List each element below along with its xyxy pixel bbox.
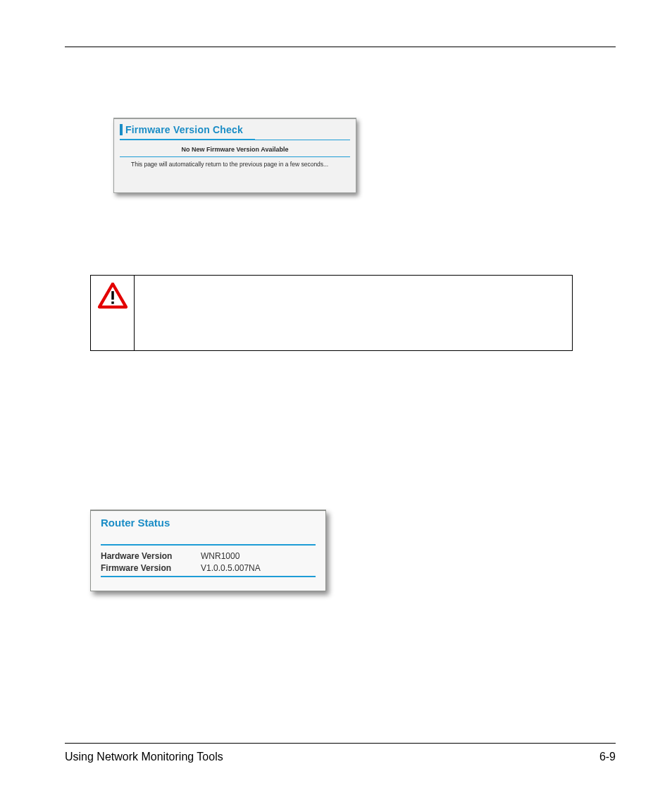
router-status-panel: Router Status Hardware Version WNR1000 F… — [90, 510, 326, 591]
firmware-version-check-panel: Firmware Version Check No New Firmware V… — [113, 118, 356, 193]
firmware-return-note: This page will automatically return to t… — [114, 157, 356, 168]
warning-body — [135, 276, 572, 350]
router-status-rule-top — [101, 544, 316, 546]
svg-rect-2 — [111, 302, 113, 304]
router-status-title: Router Status — [101, 517, 316, 529]
firmware-version-value: V1.0.0.5.007NA — [201, 563, 261, 573]
router-status-rule-bottom — [101, 576, 316, 577]
footer-rule — [65, 743, 616, 744]
page: Firmware Version Check No New Firmware V… — [0, 0, 672, 807]
table-row: Hardware Version WNR1000 — [101, 551, 316, 561]
svg-rect-1 — [111, 291, 113, 300]
firmware-status-text: No New Firmware Version Available — [114, 140, 356, 156]
firmware-title-row: Firmware Version Check — [114, 119, 356, 137]
hardware-version-value: WNR1000 — [201, 551, 239, 561]
firmware-version-label: Firmware Version — [101, 563, 201, 573]
table-row: Firmware Version V1.0.0.5.007NA — [101, 563, 316, 573]
footer-row: Using Network Monitoring Tools 6-9 — [65, 751, 616, 763]
warning-box — [90, 275, 573, 351]
firmware-check-title: Firmware Version Check — [120, 124, 243, 135]
footer-page-number: 6-9 — [599, 751, 616, 763]
content-area: Firmware Version Check No New Firmware V… — [65, 47, 616, 591]
warning-icon-cell — [91, 276, 135, 350]
hardware-version-label: Hardware Version — [101, 551, 201, 561]
warning-icon — [98, 283, 127, 350]
page-footer: Using Network Monitoring Tools 6-9 — [65, 743, 616, 763]
footer-section-title: Using Network Monitoring Tools — [65, 751, 223, 763]
